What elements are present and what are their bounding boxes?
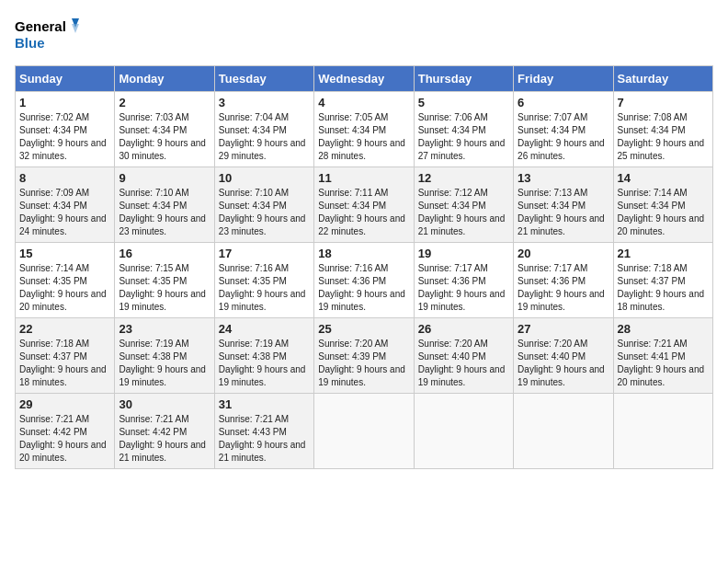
calendar-cell (514, 394, 613, 469)
day-info: Sunrise: 7:11 AMSunset: 4:34 PMDaylight:… (318, 188, 405, 236)
weekday-header-tuesday: Tuesday (214, 66, 313, 92)
calendar-cell: 14 Sunrise: 7:14 AMSunset: 4:34 PMDaylig… (613, 167, 712, 243)
day-info: Sunrise: 7:07 AMSunset: 4:34 PMDaylight:… (518, 112, 605, 161)
day-info: Sunrise: 7:14 AMSunset: 4:35 PMDaylight:… (19, 263, 107, 312)
calendar-cell: 26 Sunrise: 7:20 AMSunset: 4:40 PMDaylig… (414, 318, 513, 394)
calendar-table: SundayMondayTuesdayWednesdayThursdayFrid… (15, 65, 713, 469)
day-info: Sunrise: 7:04 AMSunset: 4:34 PMDaylight:… (219, 112, 306, 161)
day-number: 29 (19, 397, 110, 411)
logo: General Blue (15, 15, 79, 56)
day-number: 22 (19, 322, 110, 336)
calendar-cell: 9 Sunrise: 7:10 AMSunset: 4:34 PMDayligh… (115, 167, 214, 243)
day-info: Sunrise: 7:03 AMSunset: 4:34 PMDaylight:… (119, 112, 206, 161)
day-info: Sunrise: 7:17 AMSunset: 4:36 PMDaylight:… (418, 263, 506, 312)
day-number: 23 (119, 322, 210, 336)
day-info: Sunrise: 7:16 AMSunset: 4:36 PMDaylight:… (318, 263, 405, 312)
day-number: 17 (219, 247, 310, 260)
day-number: 25 (318, 322, 409, 336)
day-info: Sunrise: 7:21 AMSunset: 4:41 PMDaylight:… (618, 339, 705, 387)
day-info: Sunrise: 7:21 AMSunset: 4:43 PMDaylight:… (219, 414, 306, 463)
calendar-cell: 10 Sunrise: 7:10 AMSunset: 4:34 PMDaylig… (214, 167, 313, 243)
day-info: Sunrise: 7:17 AMSunset: 4:36 PMDaylight:… (518, 263, 605, 312)
calendar-cell: 8 Sunrise: 7:09 AMSunset: 4:34 PMDayligh… (16, 167, 115, 243)
day-number: 27 (518, 322, 609, 336)
day-number: 4 (318, 96, 409, 109)
calendar-cell: 13 Sunrise: 7:13 AMSunset: 4:34 PMDaylig… (514, 167, 613, 243)
day-number: 13 (518, 171, 609, 185)
calendar-cell: 18 Sunrise: 7:16 AMSunset: 4:36 PMDaylig… (314, 243, 414, 318)
calendar-cell: 22 Sunrise: 7:18 AMSunset: 4:37 PMDaylig… (16, 318, 115, 394)
calendar-cell: 19 Sunrise: 7:17 AMSunset: 4:36 PMDaylig… (414, 243, 513, 318)
day-number: 7 (618, 96, 709, 109)
calendar-cell: 1 Sunrise: 7:02 AMSunset: 4:34 PMDayligh… (16, 92, 115, 167)
calendar-cell: 3 Sunrise: 7:04 AMSunset: 4:34 PMDayligh… (214, 92, 313, 167)
day-number: 10 (219, 171, 310, 185)
day-number: 11 (318, 171, 409, 185)
svg-marker-3 (72, 24, 79, 33)
calendar-cell: 11 Sunrise: 7:11 AMSunset: 4:34 PMDaylig… (314, 167, 414, 243)
calendar-cell: 31 Sunrise: 7:21 AMSunset: 4:43 PMDaylig… (214, 394, 313, 469)
day-info: Sunrise: 7:19 AMSunset: 4:38 PMDaylight:… (119, 339, 206, 387)
weekday-header-friday: Friday (514, 66, 613, 92)
weekday-header-saturday: Saturday (613, 66, 712, 92)
day-number: 8 (19, 171, 110, 185)
weekday-header-monday: Monday (115, 66, 214, 92)
calendar-cell: 25 Sunrise: 7:20 AMSunset: 4:39 PMDaylig… (314, 318, 414, 394)
calendar-cell: 2 Sunrise: 7:03 AMSunset: 4:34 PMDayligh… (115, 92, 214, 167)
day-info: Sunrise: 7:13 AMSunset: 4:34 PMDaylight:… (518, 188, 605, 236)
calendar-cell (414, 394, 513, 469)
day-number: 20 (518, 247, 609, 260)
day-number: 24 (219, 322, 310, 336)
calendar-cell: 15 Sunrise: 7:14 AMSunset: 4:35 PMDaylig… (16, 243, 115, 318)
svg-text:General: General (15, 18, 66, 34)
logo-svg: General Blue (15, 15, 79, 56)
day-info: Sunrise: 7:20 AMSunset: 4:40 PMDaylight:… (418, 339, 506, 387)
calendar-cell: 29 Sunrise: 7:21 AMSunset: 4:42 PMDaylig… (16, 394, 115, 469)
day-info: Sunrise: 7:20 AMSunset: 4:39 PMDaylight:… (318, 339, 405, 387)
calendar-cell: 7 Sunrise: 7:08 AMSunset: 4:34 PMDayligh… (613, 92, 712, 167)
day-number: 26 (418, 322, 509, 336)
day-info: Sunrise: 7:05 AMSunset: 4:34 PMDaylight:… (318, 112, 405, 161)
calendar-cell: 30 Sunrise: 7:21 AMSunset: 4:42 PMDaylig… (115, 394, 214, 469)
day-info: Sunrise: 7:14 AMSunset: 4:34 PMDaylight:… (618, 188, 705, 236)
day-number: 9 (119, 171, 210, 185)
day-info: Sunrise: 7:18 AMSunset: 4:37 PMDaylight:… (19, 339, 107, 387)
calendar-cell: 27 Sunrise: 7:20 AMSunset: 4:40 PMDaylig… (514, 318, 613, 394)
weekday-header-thursday: Thursday (414, 66, 513, 92)
day-info: Sunrise: 7:09 AMSunset: 4:34 PMDaylight:… (19, 188, 107, 236)
day-info: Sunrise: 7:10 AMSunset: 4:34 PMDaylight:… (219, 188, 306, 236)
calendar-cell: 20 Sunrise: 7:17 AMSunset: 4:36 PMDaylig… (514, 243, 613, 318)
day-info: Sunrise: 7:06 AMSunset: 4:34 PMDaylight:… (418, 112, 506, 161)
weekday-header-wednesday: Wednesday (314, 66, 414, 92)
day-number: 21 (618, 247, 709, 260)
calendar-cell: 12 Sunrise: 7:12 AMSunset: 4:34 PMDaylig… (414, 167, 513, 243)
day-number: 14 (618, 171, 709, 185)
day-info: Sunrise: 7:15 AMSunset: 4:35 PMDaylight:… (119, 263, 206, 312)
day-number: 1 (19, 96, 110, 109)
calendar-cell: 16 Sunrise: 7:15 AMSunset: 4:35 PMDaylig… (115, 243, 214, 318)
calendar-cell: 6 Sunrise: 7:07 AMSunset: 4:34 PMDayligh… (514, 92, 613, 167)
calendar-cell (314, 394, 414, 469)
calendar-cell: 21 Sunrise: 7:18 AMSunset: 4:37 PMDaylig… (613, 243, 712, 318)
day-info: Sunrise: 7:18 AMSunset: 4:37 PMDaylight:… (618, 263, 705, 312)
day-number: 15 (19, 247, 110, 260)
day-info: Sunrise: 7:02 AMSunset: 4:34 PMDaylight:… (19, 112, 107, 161)
day-number: 6 (518, 96, 609, 109)
day-number: 16 (119, 247, 210, 260)
day-info: Sunrise: 7:21 AMSunset: 4:42 PMDaylight:… (19, 414, 107, 463)
calendar-cell: 17 Sunrise: 7:16 AMSunset: 4:35 PMDaylig… (214, 243, 313, 318)
svg-text:Blue: Blue (15, 35, 45, 51)
calendar-cell: 4 Sunrise: 7:05 AMSunset: 4:34 PMDayligh… (314, 92, 414, 167)
day-info: Sunrise: 7:19 AMSunset: 4:38 PMDaylight:… (219, 339, 306, 387)
day-info: Sunrise: 7:20 AMSunset: 4:40 PMDaylight:… (518, 339, 605, 387)
calendar-cell (613, 394, 712, 469)
day-number: 28 (618, 322, 709, 336)
day-number: 19 (418, 247, 509, 260)
day-number: 5 (418, 96, 509, 109)
calendar-cell: 23 Sunrise: 7:19 AMSunset: 4:38 PMDaylig… (115, 318, 214, 394)
day-number: 3 (219, 96, 310, 109)
day-info: Sunrise: 7:10 AMSunset: 4:34 PMDaylight:… (119, 188, 206, 236)
day-number: 30 (119, 397, 210, 411)
day-info: Sunrise: 7:12 AMSunset: 4:34 PMDaylight:… (418, 188, 506, 236)
header: General Blue (15, 15, 713, 56)
